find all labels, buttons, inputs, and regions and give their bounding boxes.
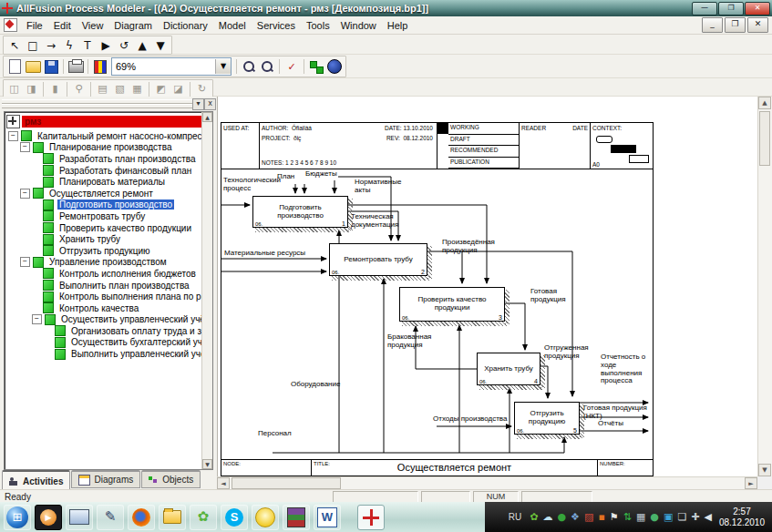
tray-icon[interactable]: ▣ (664, 512, 673, 522)
tree-item[interactable]: Контроль выполнения плана по ресурсам (6, 291, 201, 302)
expand-icon[interactable]: − (20, 142, 30, 152)
mdi-restore-button[interactable]: ❐ (725, 17, 746, 33)
label-budgets[interactable]: Бюджеты (305, 170, 337, 179)
tree-item[interactable]: −Капитальный ремонт насосно-компрессорны… (6, 130, 201, 142)
color-palette-button[interactable] (91, 59, 109, 75)
mdi-minimize-button[interactable]: _ (702, 17, 723, 33)
lightbulb-icon[interactable] (252, 505, 279, 530)
go-up-tool[interactable]: ▲ (133, 37, 151, 53)
tray-icon[interactable]: ✚ (691, 512, 699, 522)
model-header[interactable]: рмз (6, 115, 211, 128)
tab-objects[interactable]: Objects (141, 470, 201, 488)
label-equipment[interactable]: Оборудование (291, 381, 340, 389)
zoom-combo[interactable]: 69% ▼ (111, 57, 232, 76)
zoom-area-icon[interactable] (258, 59, 276, 75)
tray-icon[interactable]: ◀ (704, 512, 711, 522)
scroll-thumb[interactable] (232, 477, 341, 489)
label-process-report[interactable]: Отчетность о ходе выполнения процесса (601, 353, 645, 385)
skype-icon[interactable]: S (221, 505, 248, 530)
tree-item[interactable]: Контроль исполнения бюджетов (6, 268, 201, 280)
tray-icon[interactable]: ⚑ (610, 512, 619, 522)
start-button[interactable]: ⊞ (4, 505, 31, 530)
tree-item-label[interactable]: Планирование производства (47, 142, 173, 152)
scroll-up-icon[interactable]: ▲ (202, 112, 212, 122)
tree-item[interactable]: Контроль качества (6, 302, 201, 314)
diagram-tool[interactable]: ▶ (97, 37, 115, 53)
diagram-canvas[interactable]: USED AT: AUTHOR: Ófiailáá PROJECT: ðiç D… (217, 97, 758, 476)
tree-item-label[interactable]: Осуществляется ремонт (47, 189, 155, 199)
label-tech-process[interactable]: Технологический процесс (223, 177, 281, 193)
tree-item-label[interactable]: Контроль исполнения бюджетов (57, 269, 198, 279)
save-button[interactable] (42, 59, 60, 75)
tree-item[interactable]: Проверить качество продукции (6, 222, 201, 234)
expand-icon[interactable]: − (32, 314, 42, 324)
tree-item[interactable]: Разработать план производства (6, 153, 201, 165)
scroll-up-icon[interactable]: ▲ (758, 97, 771, 109)
label-normative-acts[interactable]: Нормативные акты (355, 179, 401, 195)
tree-item[interactable]: Разработать финансовый план (6, 165, 201, 177)
tree-item-label[interactable]: Капитальный ремонт насосно-компрессорных… (36, 131, 201, 141)
label-finished-products-nkt[interactable]: Готовая продукция (НКТ) (583, 404, 647, 421)
label-personnel[interactable]: Персонал (258, 430, 292, 438)
tree-item-label[interactable]: Разработать финансовый план (57, 166, 193, 176)
word-icon[interactable]: W (314, 505, 341, 530)
tree-item[interactable]: Подготовить производство (6, 200, 201, 211)
model-explorer-toggle-icon[interactable] (307, 59, 325, 75)
tree-item[interactable]: Осуществить бухгалтерский учёт (6, 337, 201, 349)
firefox-icon[interactable] (128, 505, 155, 530)
tray-icon[interactable]: ▦ (636, 512, 645, 522)
tree-item-label[interactable]: Организовать оплату труда и заработной п… (69, 326, 201, 336)
panel-grip[interactable]: ▾ x (0, 98, 217, 109)
zoom-dropdown-icon[interactable]: ▼ (215, 59, 231, 74)
menu-diagram[interactable]: Diagram (108, 18, 158, 33)
tray-icon[interactable]: ● (650, 512, 659, 522)
tree-item-label[interactable]: Хранить трубу (57, 234, 122, 244)
panel-collapse-icon[interactable]: ▾ (192, 98, 204, 110)
modelmart-globe-icon[interactable] (325, 59, 344, 75)
close-button[interactable]: ✕ (745, 2, 770, 15)
label-material-resources[interactable]: Материальные ресурсы (224, 250, 305, 258)
open-button[interactable] (24, 59, 42, 75)
text-tool[interactable]: T (78, 37, 97, 53)
language-indicator[interactable]: RU (509, 512, 521, 522)
tree-item[interactable]: Выполнить управленческий учёт (6, 348, 201, 360)
tree-item[interactable]: Отгрузить продукцию (6, 245, 201, 257)
tray-icon[interactable]: ❏ (677, 512, 686, 522)
tree-item[interactable]: Организовать оплату труда и заработной п… (6, 325, 201, 337)
menu-model[interactable]: Model (213, 18, 252, 33)
tree-scrollbar[interactable]: ▲ ▼ (201, 112, 212, 469)
arrow-tool[interactable]: → (42, 37, 60, 53)
menu-window[interactable]: Window (335, 18, 382, 33)
spell-check-icon[interactable]: ✓ (283, 59, 301, 75)
menu-dictionary[interactable]: Dictionary (158, 18, 213, 33)
tree-item-label[interactable]: Проверить качество продукции (57, 223, 193, 233)
print-button[interactable] (67, 59, 85, 75)
scroll-thumb[interactable] (759, 111, 770, 166)
tree-item-label[interactable]: Отгрузить продукцию (57, 246, 152, 256)
tree-item-label[interactable]: Ремонтровать трубу (57, 211, 147, 221)
tray-icon[interactable]: ✿ (530, 512, 538, 522)
tray-icon[interactable]: ☁ (543, 512, 553, 522)
tray-icon[interactable]: ▪ (598, 512, 604, 522)
minimize-button[interactable]: — (692, 2, 717, 15)
tree-item-label[interactable]: Планировать материалы (57, 177, 167, 187)
label-finished-products[interactable]: Готовая продукция (530, 288, 566, 304)
tree-item[interactable]: Выполнить план производства (6, 280, 201, 292)
menu-edit[interactable]: Edit (48, 18, 77, 33)
tree-item-label[interactable]: Осуществить бухгалтерский учёт (69, 337, 201, 347)
tree-item[interactable]: −Осуществить управленческий учёт (6, 314, 201, 326)
label-produced-products[interactable]: Произведённая продукция (442, 239, 495, 255)
horizontal-scrollbar[interactable]: ◄ ► (217, 476, 757, 490)
tray-icon[interactable]: ❖ (571, 512, 580, 522)
scroll-right-icon[interactable]: ► (745, 477, 757, 489)
squiggle-tool[interactable]: ϟ (60, 37, 78, 53)
zoom-in-icon[interactable] (240, 59, 258, 75)
allfusion-icon[interactable] (357, 505, 385, 530)
activity-box-5[interactable]: Отгрузить продукцию06.5 (514, 402, 580, 435)
scroll-left-icon[interactable]: ◄ (217, 477, 230, 489)
tree-item-label[interactable]: Разработать план производства (57, 154, 197, 164)
scroll-down-icon[interactable]: ▼ (758, 464, 771, 476)
tray-icon[interactable]: ● (558, 512, 567, 522)
label-production-waste[interactable]: Отходы производства (433, 415, 507, 424)
menu-view[interactable]: View (77, 18, 109, 33)
